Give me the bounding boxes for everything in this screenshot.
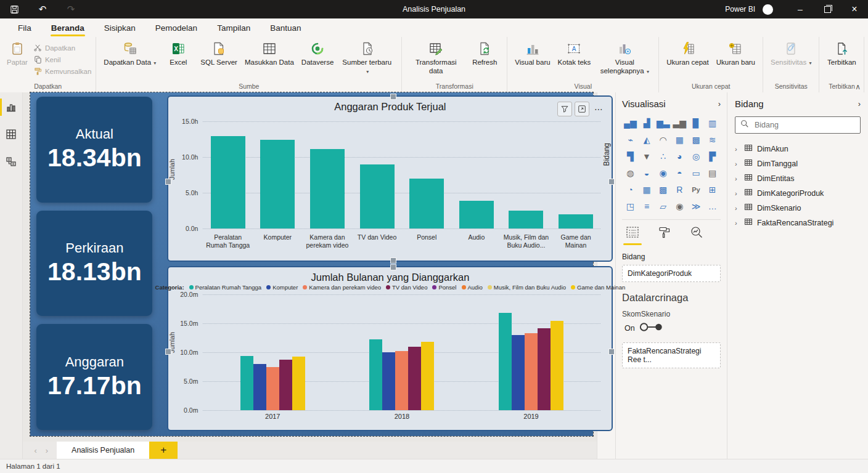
excel-button[interactable]: XExcel [160,39,196,69]
expand-chevron-icon[interactable]: › [735,145,740,153]
model-view-icon[interactable] [2,153,20,170]
bar-ponsel[interactable] [409,179,444,228]
bar-game-dan-mainan[interactable] [559,214,593,228]
ribbon-tab-beranda[interactable]: Beranda [43,18,92,37]
bar-musik-film-dan-buku-audio-[interactable] [509,211,543,228]
r-script-icon[interactable]: R [673,183,686,196]
bar-2019-game-dan-mainan[interactable] [551,321,563,410]
kpi-card-anggaran[interactable]: Anggaran17.17bn [36,324,152,430]
masukkan-data-button[interactable]: Masukkan Data [242,39,297,69]
bar-audio[interactable] [459,201,494,228]
stacked-area-chart-icon[interactable]: ◠ [657,133,670,147]
bar-2017-game-dan-mainan[interactable] [292,357,305,410]
undo-icon[interactable]: ↶ [37,4,48,15]
power-automate-icon[interactable]: ≫ [689,200,703,213]
bar-2018-komputer[interactable] [382,352,395,410]
decomposition-tree-icon[interactable]: ⊞ [706,183,719,196]
bar-2017-peralatan-rumah-tangga[interactable] [240,356,253,410]
bar-2018-kamera-dan-perekam-video[interactable] [395,351,408,410]
fields-tab[interactable] [626,225,639,245]
paginated-report-icon[interactable]: ▱ [657,200,670,213]
ribbon-chart-icon[interactable]: ≋ [706,133,719,147]
collapse-panel-icon[interactable]: › [718,99,721,108]
bar-tv-dan-video[interactable] [360,164,395,228]
area-chart-icon[interactable]: ◭ [640,133,653,147]
python-icon[interactable]: Py [689,183,703,196]
stacked-bar-chart-icon[interactable]: ▄▆ [623,116,637,130]
bar-2019-peralatan-rumah-tangga[interactable] [499,313,512,410]
bar-2018-tv-dan-video[interactable] [408,347,421,410]
clipboard-item-dapatkan[interactable]: Dapatkan [34,44,91,53]
clipboard-item-kenil[interactable]: Kenil [34,55,91,65]
donut-chart-icon[interactable]: ◎ [689,150,703,163]
stacked-column-chart-icon[interactable]: ▟ [640,116,653,130]
report-page[interactable]: Aktual18.34bnPerkiraan18.13bnAnggaran17.… [30,92,593,436]
multi-row-card-icon[interactable]: ▤ [706,166,719,180]
refresh-button[interactable]: Refresh [467,39,502,69]
field-table-dimtanggal[interactable]: ›DimTanggal [735,158,861,169]
clipboard-item-kemvunsalkan[interactable]: Kemvunsalkan [34,67,91,76]
terbitkan-button[interactable]: Terbitkan [824,39,859,69]
more-visuals-icon[interactable]: … [706,200,719,213]
fields-search-box[interactable] [735,116,861,134]
line-stacked-column-icon[interactable]: ▩ [689,133,703,147]
funnel-chart-icon[interactable]: ▼ [640,150,653,163]
paste-button[interactable]: Paptar [4,39,30,81]
bar-2017-komputer[interactable] [253,364,266,410]
expand-chevron-icon[interactable]: › [735,204,740,212]
field-well-axis[interactable]: DimKategoriProduk [622,265,721,282]
line-chart-icon[interactable]: ⌁ [623,133,637,147]
bar-kamera-dan-perekam-video[interactable] [310,149,345,228]
bar-2019-kamera-dan-perekam-video[interactable] [525,333,538,410]
scatter-chart-icon[interactable]: ∴ [657,150,670,163]
new-page-button[interactable]: + [149,442,178,459]
treemap-icon[interactable]: ▛ [706,150,719,163]
field-table-dimskenario[interactable]: ›DimSkenario [735,203,861,213]
map-icon[interactable]: ◍ [623,166,637,180]
bar-2017-tv-dan-video[interactable] [279,360,292,410]
page-tab[interactable]: Analisis Penjualan [57,442,149,459]
filled-map-icon[interactable]: ◒ [640,166,653,180]
focus-mode-icon[interactable] [575,102,589,116]
expand-chevron-icon[interactable]: › [735,190,740,197]
field-table-dimakun[interactable]: ›DimAkun [735,144,861,154]
toggle-switch-icon[interactable] [639,322,665,334]
account-avatar[interactable] [763,4,773,15]
bar-peralatan-rumah-tangga[interactable] [211,136,245,228]
bar-2019-tv-dan-video[interactable] [538,328,551,410]
expand-chevron-icon[interactable]: › [735,175,740,182]
ukuran-baru-button[interactable]: Ukuran baru [713,39,758,69]
analytics-tab[interactable] [690,225,703,245]
data-view-icon[interactable] [2,126,20,143]
bar-komputer[interactable] [260,140,295,228]
waterfall-chart-icon[interactable]: ▜ [623,150,637,163]
kotak-teks-button[interactable]: AKotak teks [555,39,594,69]
prev-page-arrow-icon[interactable]: ‹ [34,446,36,455]
filter-icon[interactable] [557,102,572,116]
visual-jumlah-bulanan[interactable]: Jumlah Bulanan yang Dianggarkan Categori… [167,266,613,431]
kpi-card-aktual[interactable]: Aktual18.34bn [36,97,152,203]
gauge-icon[interactable]: ◓ [673,166,686,180]
qna-icon[interactable]: ◳ [623,200,637,213]
table-icon[interactable]: ▦ [640,183,653,196]
kpi-card-perkiraan[interactable]: Perkiraan18.13bn [36,211,152,317]
restore-button[interactable] [814,0,841,18]
pie-chart-icon[interactable]: ◕ [673,150,686,163]
field-well-values[interactable]: FaktaRencanaStrategi Ree t... [622,342,721,368]
collapse-panel-icon[interactable]: › [858,99,861,108]
dataverse-button[interactable]: Dataverse [298,39,337,69]
bar-2019-komputer[interactable] [512,335,525,410]
ribbon-tab-bantuan[interactable]: Bantuan [262,18,309,37]
minimize-button[interactable]: – [787,0,814,18]
clustered-column-chart-icon[interactable]: ▃▆ [673,116,686,130]
save-icon[interactable] [9,4,20,15]
bar-2018-game-dan-mainan[interactable] [421,342,434,410]
dapatkan-data-button[interactable]: Dapatkan Data ▾ [100,39,159,69]
field-table-faktarencanastrategi[interactable]: ›FaktaRencanaStrategi [735,217,861,228]
ribbon-tab-fila[interactable]: Fila [10,18,39,37]
close-button[interactable]: × [841,0,868,18]
ai-insights-icon[interactable]: ◉ [673,200,686,213]
100-stacked-bar-icon[interactable]: ▉ [689,116,703,130]
expand-chevron-icon[interactable]: › [735,160,740,168]
line-clustered-column-icon[interactable]: ▦ [673,133,686,147]
